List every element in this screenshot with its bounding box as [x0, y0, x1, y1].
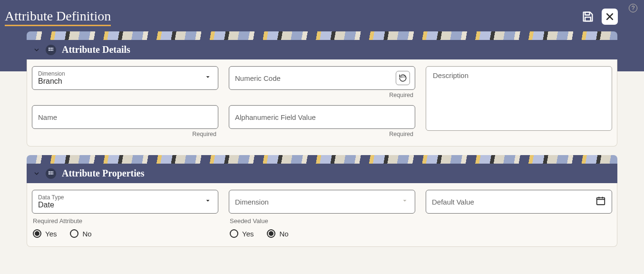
- numeric-code-helper: Required: [229, 92, 415, 98]
- radio-label: No: [82, 230, 91, 238]
- seeded-value-radio-group: Yes No: [230, 229, 415, 238]
- dimension-label: Dimension: [38, 70, 212, 77]
- grid-icon: [48, 171, 54, 176]
- svg-rect-5: [50, 48, 52, 49]
- data-type-value: Date: [38, 201, 212, 209]
- required-yes-radio[interactable]: Yes: [33, 229, 57, 238]
- date-picker-button[interactable]: [595, 196, 606, 208]
- radio-icon: [230, 229, 238, 238]
- svg-rect-16: [52, 173, 53, 175]
- alpha-helper: Required: [229, 131, 415, 137]
- dimension-value: Branch: [38, 77, 212, 86]
- properties-dimension-placeholder: Dimension: [235, 198, 409, 206]
- svg-rect-15: [52, 171, 53, 173]
- decorative-band: [27, 155, 617, 164]
- save-button[interactable]: [580, 9, 596, 25]
- collapse-toggle[interactable]: [33, 170, 40, 177]
- alpha-placeholder: Alphanumeric Field Value: [235, 113, 409, 121]
- name-field[interactable]: Name: [32, 105, 218, 129]
- attribute-details-body: Dimension Branch Numeric Code: [27, 59, 617, 147]
- close-button[interactable]: [602, 9, 618, 25]
- numeric-code-field[interactable]: Numeric Code 123: [229, 66, 415, 90]
- svg-rect-7: [50, 49, 52, 51]
- properties-dimension-select[interactable]: Dimension: [229, 190, 415, 214]
- svg-rect-8: [52, 48, 53, 49]
- refresh-icon: 123: [399, 74, 407, 82]
- radio-label: Yes: [45, 230, 57, 238]
- attribute-properties-header: Attribute Properties: [27, 164, 617, 183]
- svg-rect-13: [49, 173, 50, 175]
- svg-rect-14: [50, 173, 52, 175]
- chevron-down-icon: [33, 47, 40, 53]
- svg-rect-1: [585, 17, 591, 21]
- name-placeholder: Name: [38, 113, 212, 121]
- name-helper: Required: [32, 131, 218, 137]
- radio-icon: [267, 229, 275, 238]
- default-value-field[interactable]: Default Value: [426, 190, 612, 214]
- attribute-properties-title: Attribute Properties: [62, 168, 144, 179]
- chevron-down-icon: [33, 170, 40, 177]
- page-header: Attribute Definition ?: [0, 0, 644, 71]
- description-placeholder: Description: [433, 71, 468, 79]
- description-field[interactable]: Description: [426, 66, 612, 131]
- seeded-no-radio[interactable]: No: [267, 229, 288, 238]
- seeded-value-label: Seeded Value: [230, 217, 415, 225]
- required-attribute-label: Required Attribute: [33, 217, 218, 225]
- chevron-down-icon: [205, 197, 211, 206]
- radio-icon: [70, 229, 78, 238]
- svg-rect-12: [50, 171, 52, 173]
- dimension-select[interactable]: Dimension Branch: [32, 66, 218, 90]
- numeric-code-placeholder: Numeric Code: [235, 74, 409, 82]
- data-type-label: Data Type: [38, 194, 212, 201]
- panels-container: Attribute Details Dimension Branch: [27, 31, 617, 247]
- attribute-details-header: Attribute Details: [27, 40, 617, 59]
- attribute-details-panel: Attribute Details Dimension Branch: [27, 31, 617, 147]
- alpha-field[interactable]: Alphanumeric Field Value: [229, 105, 415, 129]
- attribute-properties-body: Data Type Date Required Attribute Yes: [27, 183, 617, 247]
- save-icon: [581, 10, 595, 23]
- svg-rect-9: [52, 49, 53, 51]
- section-icon: [46, 45, 56, 55]
- radio-label: No: [279, 230, 288, 238]
- svg-rect-6: [49, 49, 50, 51]
- svg-rect-17: [597, 198, 605, 205]
- grid-icon: [48, 47, 54, 53]
- required-attribute-radio-group: Yes No: [33, 229, 218, 238]
- generate-code-button[interactable]: 123: [396, 71, 410, 85]
- section-icon: [46, 168, 56, 179]
- required-no-radio[interactable]: No: [70, 229, 91, 238]
- page-title: Attribute Definition: [5, 9, 111, 26]
- collapse-toggle[interactable]: [33, 47, 40, 53]
- data-type-select[interactable]: Data Type Date: [32, 190, 218, 214]
- chevron-down-icon: [205, 74, 211, 82]
- svg-text:123: 123: [402, 76, 406, 78]
- close-icon: [605, 12, 615, 21]
- radio-icon: [33, 229, 41, 238]
- attribute-properties-panel: Attribute Properties Data Type Date Requ…: [27, 155, 617, 247]
- attribute-details-title: Attribute Details: [62, 44, 130, 55]
- svg-rect-0: [585, 12, 589, 15]
- decorative-band: [27, 31, 617, 40]
- header-actions: [580, 9, 618, 25]
- svg-rect-4: [49, 48, 50, 49]
- calendar-icon: [595, 196, 606, 206]
- chevron-down-icon: [401, 197, 408, 206]
- default-value-placeholder: Default Value: [432, 198, 606, 206]
- radio-label: Yes: [242, 230, 254, 238]
- help-button[interactable]: ?: [629, 4, 637, 12]
- seeded-yes-radio[interactable]: Yes: [230, 229, 254, 238]
- svg-rect-11: [49, 171, 50, 173]
